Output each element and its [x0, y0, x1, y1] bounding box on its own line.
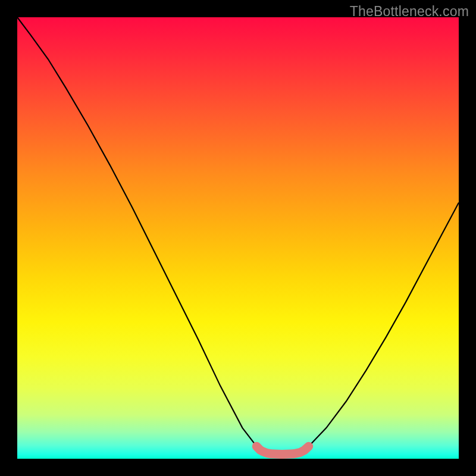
valley-floor-marker — [256, 446, 309, 454]
chart-frame: TheBottleneck.com — [0, 0, 476, 476]
chart-curves — [17, 17, 459, 459]
curve-left-branch — [17, 17, 256, 446]
curve-right-branch — [309, 203, 459, 447]
